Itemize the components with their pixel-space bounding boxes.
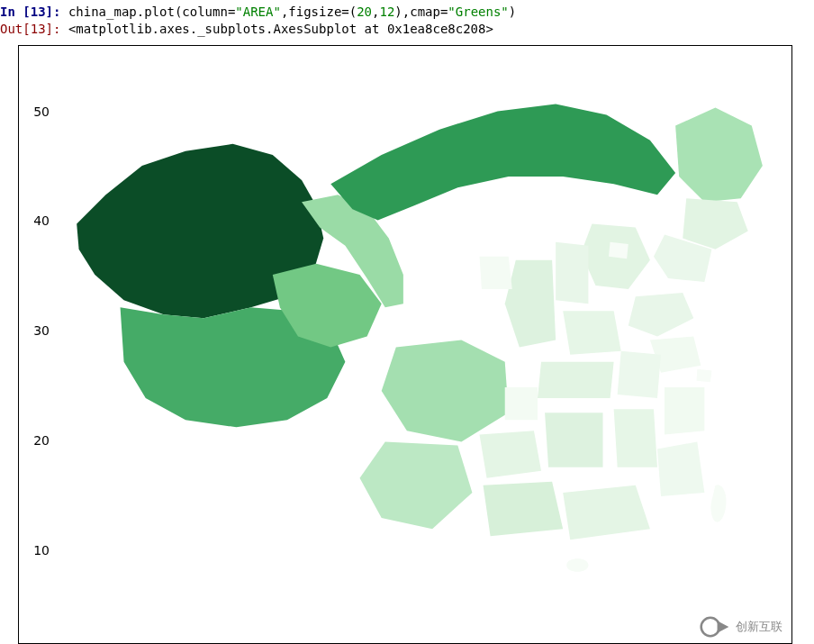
region-guangdong [563, 485, 650, 540]
code-string: "Greens" [448, 5, 508, 19]
code-string: "AREA" [235, 5, 281, 19]
region-shanxi [556, 241, 588, 304]
region-ningxia [480, 257, 512, 289]
region-shandong [629, 293, 694, 336]
region-shanghai [697, 369, 712, 383]
region-sichuan [382, 340, 509, 441]
region-shaanxi [505, 260, 556, 348]
region-taiwan [710, 485, 726, 522]
region-inner-mongolia [330, 104, 675, 220]
y-tick-label: 10 [19, 543, 50, 558]
in-prompt: In [13]: [0, 5, 68, 19]
region-jiangxi [614, 409, 657, 467]
region-jilin [683, 198, 748, 249]
watermark-text: 创新互联 [736, 619, 782, 635]
svg-point-0 [701, 618, 719, 636]
region-anhui [618, 350, 661, 397]
y-tick-label: 40 [19, 213, 50, 228]
region-guangxi [484, 482, 564, 536]
y-tick-label: 50 [19, 104, 50, 119]
region-hubei [538, 362, 614, 398]
region-henan [563, 311, 620, 354]
region-hainan [566, 558, 588, 572]
plot-area [55, 57, 781, 616]
code-input-line: In [13]: china_map.plot(column="AREA",fi… [0, 4, 814, 21]
out-text: <matplotlib.axes._subplots.AxesSubplot a… [68, 22, 493, 36]
out-prompt: Out[13]: [0, 22, 68, 36]
y-tick-label: 20 [19, 433, 50, 448]
watermark: 创新互联 [700, 616, 782, 638]
choropleth-map [55, 57, 781, 616]
y-tick-label: 30 [19, 323, 50, 338]
region-guizhou [480, 431, 542, 477]
code-text: china_map.plot(column= [68, 5, 235, 19]
region-hunan [545, 413, 602, 467]
jupyter-cell: In [13]: china_map.plot(column="AREA",fi… [0, 0, 814, 38]
watermark-logo-icon [700, 616, 730, 638]
region-beijing [609, 241, 629, 259]
region-heilongjiang [675, 107, 763, 202]
matplotlib-figure: 创新互联 1020304050 [18, 45, 792, 644]
code-output-line: Out[13]: <matplotlib.axes._subplots.Axes… [0, 21, 814, 38]
region-chongqing [505, 387, 538, 420]
region-yunnan [360, 441, 473, 529]
region-fujian [657, 441, 704, 495]
region-zhejiang [665, 387, 704, 434]
